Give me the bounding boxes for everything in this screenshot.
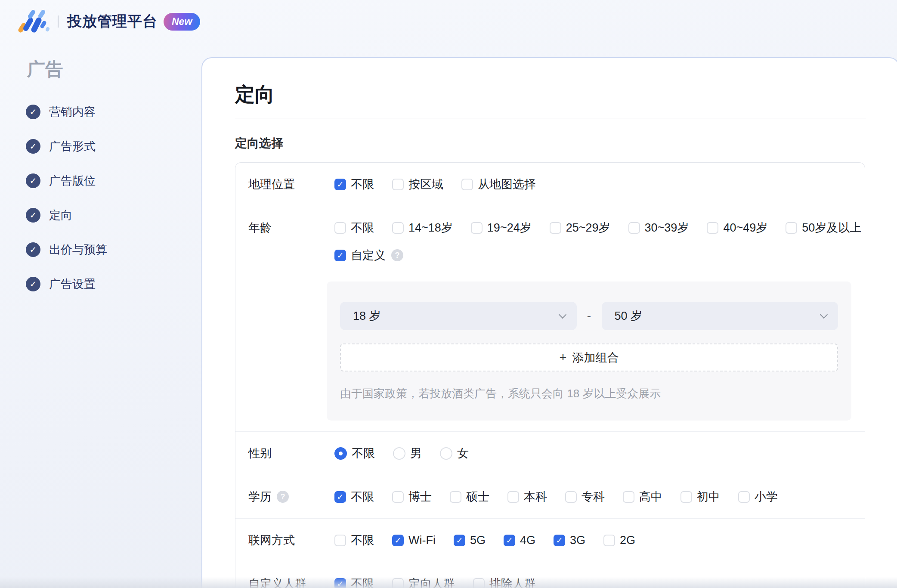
sidebar-item-targeting[interactable]: ✓ 定向 [0,198,201,232]
option-net-5g[interactable]: ✓ 5G [454,534,486,547]
checkbox-icon[interactable] [392,179,404,190]
option-label: 不限 [351,532,374,548]
checkbox-checked-icon[interactable]: ✓ [334,250,346,261]
step-complete-icon: ✓ [26,105,40,119]
option-net-wifi[interactable]: ✓ Wi-Fi [392,534,436,547]
option-label: 19~24岁 [487,220,532,235]
option-geo-by-region[interactable]: 按区域 [392,176,443,192]
age-line-1: 年龄 不限 14~18岁 19~24岁 [248,220,865,235]
radio-gender-male[interactable]: 男 [393,446,422,461]
gender-options: 不限 男 女 [334,446,469,461]
option-edu-unlimited[interactable]: ✓ 不限 [334,489,374,504]
checkbox-icon[interactable] [707,222,718,234]
checkbox-icon[interactable] [334,222,346,234]
radio-gender-unlimited[interactable]: 不限 [334,446,375,461]
option-label: 30~39岁 [645,220,689,235]
radio-selected-icon[interactable] [334,447,347,460]
app-title: 投放管理平台 [67,12,158,31]
education-options: ✓ 不限 博士 硕士 本科 专科 [334,489,778,504]
option-edu-master[interactable]: 硕士 [450,489,489,504]
age-to-select[interactable]: 50 岁 [602,302,838,330]
checkbox-icon[interactable] [623,491,634,503]
add-combination-button[interactable]: + 添加组合 [340,344,838,371]
option-label: 从地图选择 [478,176,536,192]
option-age-14-18[interactable]: 14~18岁 [392,220,453,235]
option-geo-unlimited[interactable]: ✓ 不限 [334,176,374,192]
option-edu-doctor[interactable]: 博士 [392,489,432,504]
age-from-select[interactable]: 18 岁 [340,302,577,330]
sidebar-item-label: 广告设置 [49,276,96,292]
checkbox-checked-icon[interactable]: ✓ [392,535,404,546]
help-icon[interactable]: ? [277,491,289,503]
checkbox-checked-icon[interactable]: ✓ [334,491,346,503]
option-geo-from-map[interactable]: 从地图选择 [461,176,536,192]
checkbox-checked-icon[interactable]: ✓ [454,535,465,546]
option-net-4g[interactable]: ✓ 4G [504,534,535,547]
new-badge: New [164,13,200,31]
checkbox-icon[interactable] [450,491,461,503]
option-edu-primary-school[interactable]: 小学 [738,489,778,504]
checkbox-icon[interactable] [334,535,346,546]
sidebar-item-ad-placement[interactable]: ✓ 广告版位 [0,164,201,198]
option-age-custom[interactable]: ✓ 自定义 [334,248,386,263]
help-icon[interactable]: ? [391,249,403,261]
option-age-50-plus[interactable]: 50岁及以上 [786,220,861,235]
option-age-30-39[interactable]: 30~39岁 [628,220,689,235]
checkbox-icon[interactable] [550,222,561,234]
checkbox-icon[interactable] [738,491,750,503]
option-age-19-24[interactable]: 19~24岁 [471,220,532,235]
checkbox-checked-icon[interactable]: ✓ [554,535,565,546]
checkbox-icon[interactable] [786,222,797,234]
option-edu-associate[interactable]: 专科 [565,489,605,504]
checkbox-icon[interactable] [392,491,404,503]
option-edu-middle-school[interactable]: 初中 [680,489,720,504]
option-edu-bachelor[interactable]: 本科 [507,489,547,504]
option-label: 14~18岁 [408,220,453,235]
row-label: 年龄 [248,220,334,235]
page-title: 定向 [235,82,866,106]
row-network-type: 联网方式 不限 ✓ Wi-Fi ✓ 5G ✓ 4G [235,519,865,562]
network-options: 不限 ✓ Wi-Fi ✓ 5G ✓ 4G ✓ 3G [334,532,635,548]
option-label: 初中 [697,489,720,504]
option-label: 女 [457,446,469,461]
sidebar-item-ad-settings[interactable]: ✓ 广告设置 [0,267,201,301]
option-label: 男 [410,446,422,461]
chevron-down-icon [558,310,566,318]
sidebar-heading: 广告 [27,57,201,81]
radio-icon[interactable] [440,447,452,460]
option-label: 不限 [351,489,374,504]
option-edu-high-school[interactable]: 高中 [623,489,662,504]
option-age-40-49[interactable]: 40~49岁 [707,220,767,235]
sidebar-item-ad-format[interactable]: ✓ 广告形式 [0,129,201,164]
sidebar-item-marketing-content[interactable]: ✓ 营销内容 [0,95,201,129]
checkbox-icon[interactable] [392,222,404,234]
checkbox-icon[interactable] [461,179,473,190]
option-age-25-29[interactable]: 25~29岁 [550,220,610,235]
checkbox-icon[interactable] [628,222,640,234]
row-label: 联网方式 [248,532,334,548]
option-net-unlimited[interactable]: 不限 [334,532,374,548]
plus-icon: + [560,351,567,364]
targeting-panel: 定向 定向选择 地理位置 ✓ 不限 按区域 从地图选择 [201,57,897,588]
sidebar-item-label: 营销内容 [49,104,96,120]
age-range-panel: 18 岁 - 50 岁 + 添加组合 由于国家政策，若投放酒类广告，系统只会向 … [327,282,851,421]
sidebar-item-label: 广告形式 [49,139,96,154]
radio-gender-female[interactable]: 女 [440,446,469,461]
option-net-3g[interactable]: ✓ 3G [554,534,585,547]
checkbox-icon[interactable] [603,535,615,546]
checkbox-icon[interactable] [507,491,519,503]
sidebar-item-bid-budget[interactable]: ✓ 出价与预算 [0,232,201,267]
option-age-unlimited[interactable]: 不限 [334,220,374,235]
sidebar-item-label: 出价与预算 [49,242,107,257]
radio-icon[interactable] [393,447,405,460]
checkbox-checked-icon[interactable]: ✓ [334,179,346,190]
checkbox-icon[interactable] [471,222,483,234]
sidebar-step-list: ✓ 营销内容 ✓ 广告形式 ✓ 广告版位 ✓ 定向 ✓ 出价与预算 ✓ 广告设置 [0,95,201,301]
option-net-2g[interactable]: 2G [603,534,635,547]
checkbox-checked-icon[interactable]: ✓ [504,535,515,546]
checkbox-icon[interactable] [680,491,692,503]
geo-options: ✓ 不限 按区域 从地图选择 [334,176,536,192]
option-label: 博士 [408,489,432,504]
add-combination-label: 添加组合 [572,350,619,365]
checkbox-icon[interactable] [565,491,577,503]
